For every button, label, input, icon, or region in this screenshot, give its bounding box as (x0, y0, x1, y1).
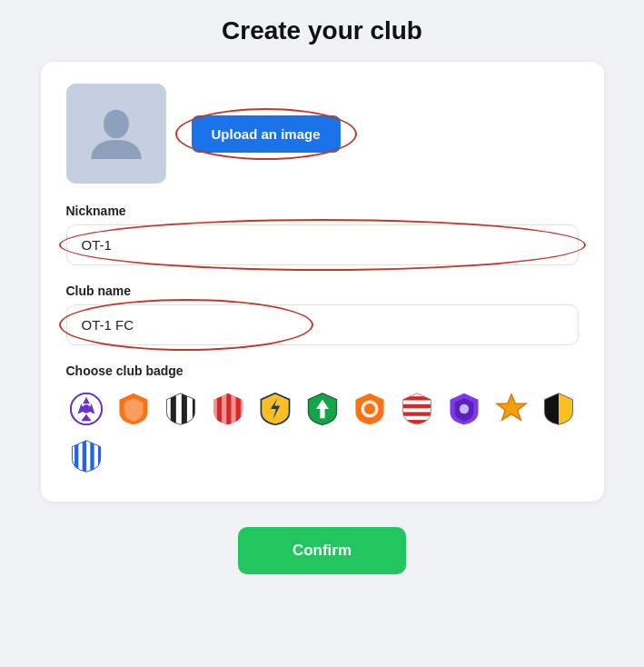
main-card: Upload an image Nickname Club name Choos… (41, 62, 604, 502)
nickname-label: Nickname (66, 204, 579, 218)
page-wrapper: Create your club Upload an image Nicknam… (0, 0, 644, 667)
svg-rect-14 (240, 392, 244, 426)
svg-rect-21 (401, 412, 432, 415)
badge-soccer-ball[interactable] (66, 389, 106, 429)
badge-blue-striped-shield[interactable] (66, 436, 106, 476)
upload-button-wrapper: Upload an image (192, 115, 341, 153)
badge-yellow-black-shield[interactable] (539, 389, 579, 429)
upload-image-button[interactable]: Upload an image (192, 115, 341, 153)
badge-orange-shield[interactable] (114, 389, 154, 429)
svg-rect-9 (175, 392, 181, 426)
nickname-input-wrapper (66, 224, 579, 265)
nickname-input[interactable] (66, 224, 579, 265)
svg-point-0 (104, 110, 129, 139)
svg-rect-28 (86, 439, 90, 473)
badge-grid (66, 389, 579, 476)
badge-green-arrow-shield[interactable] (302, 389, 342, 429)
svg-point-23 (459, 404, 468, 413)
confirm-button-row: Confirm (238, 527, 406, 574)
badge-orange-circle-shield[interactable] (350, 389, 390, 429)
badge-purple-shield[interactable] (444, 389, 484, 429)
svg-rect-22 (401, 420, 432, 423)
badge-usa-shield[interactable] (397, 389, 437, 429)
badge-star[interactable] (491, 389, 531, 429)
clubname-label: Club name (66, 284, 579, 298)
svg-rect-13 (231, 392, 235, 426)
avatar (66, 84, 166, 184)
avatar-silhouette-icon (84, 102, 148, 165)
badge-striped-shield[interactable] (161, 389, 201, 429)
svg-rect-11 (212, 392, 216, 426)
avatar-row: Upload an image (66, 84, 579, 184)
confirm-button[interactable]: Confirm (238, 527, 406, 574)
badge-red-striped-shield[interactable] (208, 389, 248, 429)
svg-rect-12 (222, 392, 226, 426)
svg-point-7 (82, 404, 91, 413)
svg-rect-20 (401, 404, 432, 408)
clubname-input[interactable] (66, 304, 579, 345)
svg-rect-26 (70, 439, 74, 473)
svg-rect-8 (164, 392, 170, 426)
svg-marker-24 (496, 394, 525, 421)
clubname-input-wrapper (66, 304, 579, 345)
badge-section-label: Choose club badge (66, 363, 579, 378)
page-title: Create your club (0, 0, 644, 62)
svg-point-18 (363, 403, 374, 414)
badge-lightning-shield[interactable] (255, 389, 295, 429)
